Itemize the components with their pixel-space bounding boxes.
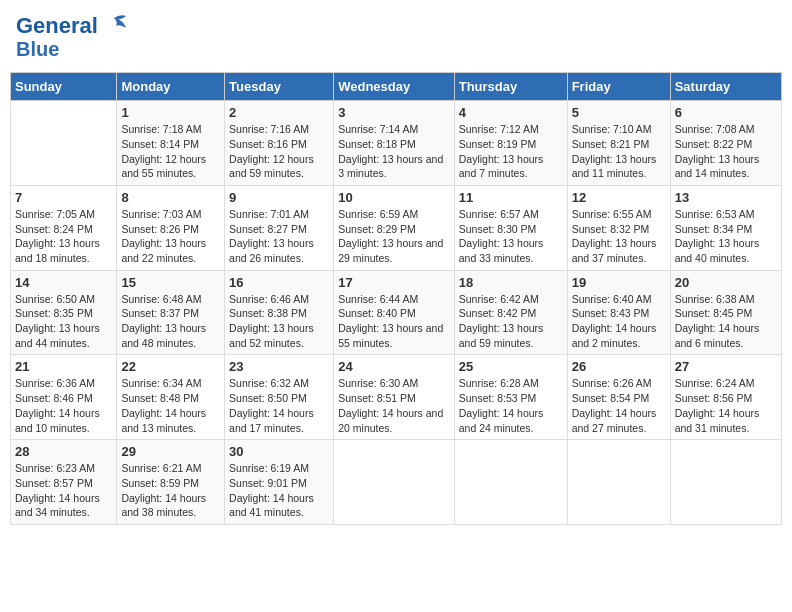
- day-cell: 30 Sunrise: 6:19 AMSunset: 9:01 PMDaylig…: [225, 440, 334, 525]
- day-number: 17: [338, 275, 450, 290]
- day-number: 2: [229, 105, 329, 120]
- day-number: 29: [121, 444, 220, 459]
- day-number: 10: [338, 190, 450, 205]
- week-row-1: 1 Sunrise: 7:18 AMSunset: 8:14 PMDayligh…: [11, 101, 782, 186]
- day-number: 13: [675, 190, 777, 205]
- day-info: Sunrise: 6:32 AMSunset: 8:50 PMDaylight:…: [229, 377, 314, 433]
- day-number: 4: [459, 105, 563, 120]
- day-number: 15: [121, 275, 220, 290]
- day-number: 25: [459, 359, 563, 374]
- day-info: Sunrise: 6:28 AMSunset: 8:53 PMDaylight:…: [459, 377, 544, 433]
- day-cell: 16 Sunrise: 6:46 AMSunset: 8:38 PMDaylig…: [225, 270, 334, 355]
- day-info: Sunrise: 6:30 AMSunset: 8:51 PMDaylight:…: [338, 377, 443, 433]
- day-number: 6: [675, 105, 777, 120]
- logo: General Blue: [16, 14, 128, 60]
- week-row-2: 7 Sunrise: 7:05 AMSunset: 8:24 PMDayligh…: [11, 185, 782, 270]
- day-info: Sunrise: 6:24 AMSunset: 8:56 PMDaylight:…: [675, 377, 760, 433]
- day-number: 20: [675, 275, 777, 290]
- day-cell: 2 Sunrise: 7:16 AMSunset: 8:16 PMDayligh…: [225, 101, 334, 186]
- day-cell: 9 Sunrise: 7:01 AMSunset: 8:27 PMDayligh…: [225, 185, 334, 270]
- day-cell: 12 Sunrise: 6:55 AMSunset: 8:32 PMDaylig…: [567, 185, 670, 270]
- day-number: 30: [229, 444, 329, 459]
- col-header-monday: Monday: [117, 73, 225, 101]
- calendar-table: SundayMondayTuesdayWednesdayThursdayFrid…: [10, 72, 782, 525]
- day-cell: 1 Sunrise: 7:18 AMSunset: 8:14 PMDayligh…: [117, 101, 225, 186]
- day-number: 18: [459, 275, 563, 290]
- day-info: Sunrise: 7:16 AMSunset: 8:16 PMDaylight:…: [229, 123, 314, 179]
- week-row-5: 28 Sunrise: 6:23 AMSunset: 8:57 PMDaylig…: [11, 440, 782, 525]
- logo-text-blue: Blue: [16, 38, 59, 60]
- day-info: Sunrise: 7:10 AMSunset: 8:21 PMDaylight:…: [572, 123, 657, 179]
- col-header-sunday: Sunday: [11, 73, 117, 101]
- day-number: 14: [15, 275, 112, 290]
- day-info: Sunrise: 6:50 AMSunset: 8:35 PMDaylight:…: [15, 293, 100, 349]
- day-number: 9: [229, 190, 329, 205]
- day-cell: 29 Sunrise: 6:21 AMSunset: 8:59 PMDaylig…: [117, 440, 225, 525]
- day-info: Sunrise: 6:42 AMSunset: 8:42 PMDaylight:…: [459, 293, 544, 349]
- week-row-3: 14 Sunrise: 6:50 AMSunset: 8:35 PMDaylig…: [11, 270, 782, 355]
- day-cell: 25 Sunrise: 6:28 AMSunset: 8:53 PMDaylig…: [454, 355, 567, 440]
- day-cell: 4 Sunrise: 7:12 AMSunset: 8:19 PMDayligh…: [454, 101, 567, 186]
- day-info: Sunrise: 6:34 AMSunset: 8:48 PMDaylight:…: [121, 377, 206, 433]
- day-cell: 14 Sunrise: 6:50 AMSunset: 8:35 PMDaylig…: [11, 270, 117, 355]
- day-cell: 11 Sunrise: 6:57 AMSunset: 8:30 PMDaylig…: [454, 185, 567, 270]
- day-info: Sunrise: 6:40 AMSunset: 8:43 PMDaylight:…: [572, 293, 657, 349]
- day-info: Sunrise: 6:44 AMSunset: 8:40 PMDaylight:…: [338, 293, 443, 349]
- day-number: 7: [15, 190, 112, 205]
- day-info: Sunrise: 6:19 AMSunset: 9:01 PMDaylight:…: [229, 462, 314, 518]
- day-number: 8: [121, 190, 220, 205]
- day-info: Sunrise: 6:26 AMSunset: 8:54 PMDaylight:…: [572, 377, 657, 433]
- day-info: Sunrise: 6:36 AMSunset: 8:46 PMDaylight:…: [15, 377, 100, 433]
- col-header-friday: Friday: [567, 73, 670, 101]
- day-number: 22: [121, 359, 220, 374]
- day-info: Sunrise: 6:55 AMSunset: 8:32 PMDaylight:…: [572, 208, 657, 264]
- day-cell: 5 Sunrise: 7:10 AMSunset: 8:21 PMDayligh…: [567, 101, 670, 186]
- day-cell: 28 Sunrise: 6:23 AMSunset: 8:57 PMDaylig…: [11, 440, 117, 525]
- col-header-thursday: Thursday: [454, 73, 567, 101]
- day-cell: 19 Sunrise: 6:40 AMSunset: 8:43 PMDaylig…: [567, 270, 670, 355]
- day-number: 21: [15, 359, 112, 374]
- day-cell: 18 Sunrise: 6:42 AMSunset: 8:42 PMDaylig…: [454, 270, 567, 355]
- day-info: Sunrise: 6:59 AMSunset: 8:29 PMDaylight:…: [338, 208, 443, 264]
- day-number: 16: [229, 275, 329, 290]
- day-info: Sunrise: 6:57 AMSunset: 8:30 PMDaylight:…: [459, 208, 544, 264]
- day-number: 27: [675, 359, 777, 374]
- day-cell: 3 Sunrise: 7:14 AMSunset: 8:18 PMDayligh…: [334, 101, 455, 186]
- day-cell: 6 Sunrise: 7:08 AMSunset: 8:22 PMDayligh…: [670, 101, 781, 186]
- col-header-saturday: Saturday: [670, 73, 781, 101]
- day-number: 1: [121, 105, 220, 120]
- day-cell: [567, 440, 670, 525]
- day-number: 23: [229, 359, 329, 374]
- day-cell: [11, 101, 117, 186]
- day-number: 5: [572, 105, 666, 120]
- week-row-4: 21 Sunrise: 6:36 AMSunset: 8:46 PMDaylig…: [11, 355, 782, 440]
- day-cell: 15 Sunrise: 6:48 AMSunset: 8:37 PMDaylig…: [117, 270, 225, 355]
- day-cell: 17 Sunrise: 6:44 AMSunset: 8:40 PMDaylig…: [334, 270, 455, 355]
- col-header-tuesday: Tuesday: [225, 73, 334, 101]
- day-number: 3: [338, 105, 450, 120]
- day-info: Sunrise: 6:21 AMSunset: 8:59 PMDaylight:…: [121, 462, 206, 518]
- day-number: 19: [572, 275, 666, 290]
- day-cell: 26 Sunrise: 6:26 AMSunset: 8:54 PMDaylig…: [567, 355, 670, 440]
- logo-text: General: [16, 14, 98, 38]
- day-cell: 22 Sunrise: 6:34 AMSunset: 8:48 PMDaylig…: [117, 355, 225, 440]
- col-header-wednesday: Wednesday: [334, 73, 455, 101]
- day-info: Sunrise: 6:46 AMSunset: 8:38 PMDaylight:…: [229, 293, 314, 349]
- day-info: Sunrise: 7:14 AMSunset: 8:18 PMDaylight:…: [338, 123, 443, 179]
- day-cell: [670, 440, 781, 525]
- day-cell: 10 Sunrise: 6:59 AMSunset: 8:29 PMDaylig…: [334, 185, 455, 270]
- day-cell: 8 Sunrise: 7:03 AMSunset: 8:26 PMDayligh…: [117, 185, 225, 270]
- day-cell: 13 Sunrise: 6:53 AMSunset: 8:34 PMDaylig…: [670, 185, 781, 270]
- day-info: Sunrise: 6:23 AMSunset: 8:57 PMDaylight:…: [15, 462, 100, 518]
- day-info: Sunrise: 7:01 AMSunset: 8:27 PMDaylight:…: [229, 208, 314, 264]
- day-number: 12: [572, 190, 666, 205]
- day-info: Sunrise: 7:03 AMSunset: 8:26 PMDaylight:…: [121, 208, 206, 264]
- day-cell: 24 Sunrise: 6:30 AMSunset: 8:51 PMDaylig…: [334, 355, 455, 440]
- page-header: General Blue: [10, 10, 782, 64]
- day-cell: 23 Sunrise: 6:32 AMSunset: 8:50 PMDaylig…: [225, 355, 334, 440]
- day-cell: 21 Sunrise: 6:36 AMSunset: 8:46 PMDaylig…: [11, 355, 117, 440]
- logo-bird-icon: [100, 14, 128, 38]
- day-number: 24: [338, 359, 450, 374]
- day-cell: 7 Sunrise: 7:05 AMSunset: 8:24 PMDayligh…: [11, 185, 117, 270]
- day-info: Sunrise: 7:05 AMSunset: 8:24 PMDaylight:…: [15, 208, 100, 264]
